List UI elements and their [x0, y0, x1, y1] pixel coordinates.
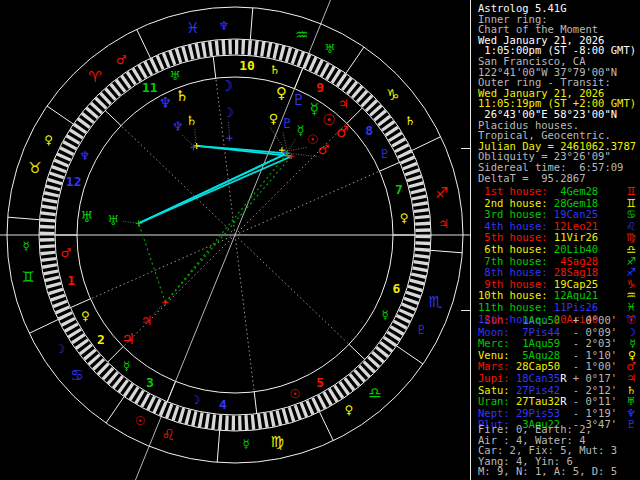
svg-text:♏: ♏	[428, 293, 442, 311]
svg-text:♀: ♀	[81, 309, 90, 323]
header-line-15: Sidereal time: 6:57:09	[478, 162, 636, 173]
svg-text:☽: ☽	[220, 77, 233, 95]
element-summary: Fire: 0, Earth: 2,Air : 4, Water: 4Car: …	[478, 424, 636, 477]
svg-text:10: 10	[239, 58, 255, 73]
svg-text:♅: ♅	[107, 213, 119, 228]
header-line-10: 26°43'00"E 58°23'00"N	[478, 109, 636, 120]
svg-text:♂: ♂	[116, 53, 127, 67]
svg-text:♂: ♂	[61, 246, 72, 260]
chart-info-header: Astrolog 5.41GInner ring:Chart of the Mo…	[478, 3, 636, 183]
svg-text:♆: ♆	[219, 19, 230, 33]
svg-text:♀: ♀	[276, 84, 287, 102]
svg-text:♐: ♐	[435, 184, 448, 202]
svg-text:6: 6	[392, 281, 400, 296]
svg-text:♋: ♋	[70, 366, 83, 384]
house-cusp-table: 1st house: 4Gem28♊ 2nd house: 28Gem18♊ 3…	[478, 186, 636, 325]
svg-text:4: 4	[219, 397, 227, 412]
svg-text:♀: ♀	[44, 133, 53, 147]
summary-line-4: M: 9, N: 1, A: 5, D: 5	[478, 466, 636, 477]
svg-text:♅: ♅	[170, 69, 181, 83]
svg-text:☉: ☉	[322, 111, 335, 129]
svg-text:☿: ☿	[382, 308, 389, 322]
svg-text:♃: ♃	[338, 97, 349, 111]
svg-text:☽: ☽	[222, 105, 234, 120]
sign-glyph-icon: ♎	[626, 245, 636, 256]
svg-text:♅: ♅	[324, 42, 335, 56]
svg-text:5: 5	[316, 375, 324, 390]
svg-text:♌: ♌	[161, 426, 174, 444]
svg-text:☽: ☽	[54, 342, 65, 356]
svg-text:♇: ♇	[416, 323, 427, 337]
svg-text:♒: ♒	[295, 26, 308, 44]
svg-text:♊: ♊	[22, 268, 35, 286]
svg-text:♆: ♆	[159, 94, 172, 112]
planet-glyph-icon: ☉	[626, 316, 636, 327]
planet-glyph-icon: ♃	[626, 374, 636, 385]
svg-text:♇: ♇	[379, 147, 390, 161]
svg-text:♃: ♃	[121, 330, 134, 348]
svg-text:♑: ♑	[386, 86, 399, 104]
svg-text:☉: ☉	[289, 387, 300, 401]
svg-text:☉: ☉	[135, 414, 146, 428]
info-panel: Astrolog 5.41GInner ring:Chart of the Mo…	[472, 0, 638, 480]
header-line-0: Astrolog 5.41G	[478, 3, 636, 14]
svg-text:2: 2	[97, 332, 105, 347]
svg-text:8: 8	[365, 123, 373, 138]
header-line-5: San Francisco, CA	[478, 56, 636, 67]
svg-text:♎: ♎	[368, 384, 381, 402]
svg-text:♆: ♆	[172, 119, 184, 134]
svg-text:♃: ♃	[141, 313, 153, 328]
astrolog-window: ♈♂♉♀♊☿♋☽♌☉♍☿♎♀♏♇♐♃♑♄♒♅♓♆1♂2♀3☿4☽5☉6☿7♀8♇…	[0, 0, 640, 480]
svg-text:☿: ☿	[23, 239, 30, 253]
svg-text:♍: ♍	[270, 433, 283, 451]
svg-text:7: 7	[395, 182, 403, 197]
svg-text:♂: ♂	[336, 123, 349, 141]
svg-text:♀: ♀	[400, 211, 409, 225]
svg-text:3: 3	[146, 375, 154, 390]
svg-text:☿: ☿	[123, 359, 130, 373]
chart-wheel: ♈♂♉♀♊☿♋☽♌☉♍☿♎♀♏♇♐♃♑♄♒♅♓♆1♂2♀3☿4☽5☉6☿7♀8♇…	[0, 0, 470, 480]
svg-text:♀: ♀	[345, 403, 354, 417]
section-tick	[461, 310, 470, 311]
svg-text:♈: ♈	[88, 68, 101, 86]
svg-text:☽: ☽	[190, 393, 201, 407]
svg-text:♃: ♃	[438, 217, 449, 231]
svg-text:♂: ♂	[318, 142, 330, 157]
svg-text:♄: ♄	[270, 63, 281, 77]
planet-position-table: Sun: 1Aqu50 + 0°00'☉Moon: 7Pis44 - 0°09'…	[478, 315, 636, 431]
svg-text:12: 12	[66, 174, 82, 189]
summary-line-0: Fire: 0, Earth: 2,	[478, 424, 636, 435]
svg-text:☿: ☿	[242, 437, 249, 451]
svg-text:11: 11	[142, 80, 158, 95]
svg-text:♀: ♀	[269, 111, 279, 126]
section-tick	[461, 148, 470, 149]
svg-text:☿: ☿	[297, 123, 305, 138]
sign-glyph-icon: ♊	[626, 187, 636, 198]
svg-text:♇: ♇	[292, 91, 305, 109]
header-line-16: DeltaT = 95.2867	[478, 173, 636, 184]
svg-text:1: 1	[67, 273, 75, 288]
svg-text:☿: ☿	[310, 100, 319, 118]
svg-text:☉: ☉	[307, 132, 319, 147]
sign-glyph-icon: ♓	[626, 303, 636, 314]
svg-text:♄: ♄	[175, 87, 188, 105]
svg-text:♄: ♄	[405, 114, 416, 128]
svg-text:♉: ♉	[28, 159, 41, 177]
svg-text:♓: ♓	[186, 19, 199, 37]
svg-text:♄: ♄	[185, 113, 197, 128]
svg-text:♅: ♅	[80, 208, 93, 226]
svg-text:♆: ♆	[79, 149, 90, 163]
panel-divider	[470, 0, 471, 480]
svg-text:9: 9	[316, 80, 324, 95]
svg-text:♇: ♇	[281, 116, 293, 131]
wheel-svg: ♈♂♉♀♊☿♋☽♌☉♍☿♎♀♏♇♐♃♑♄♒♅♓♆1♂2♀3☿4☽5☉6☿7♀8♇…	[0, 0, 470, 480]
